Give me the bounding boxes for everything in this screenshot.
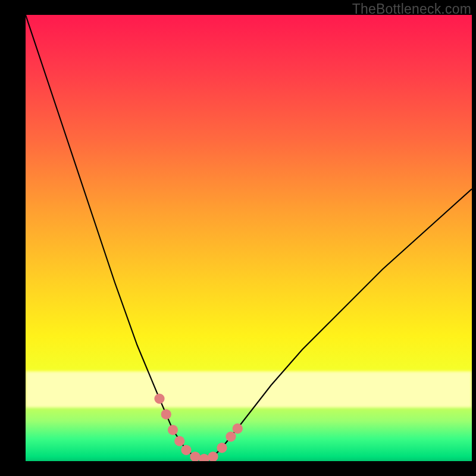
highlight-dot: [154, 393, 164, 403]
highlight-dot: [226, 431, 236, 441]
bottleneck-curve: [26, 15, 472, 459]
highlight-dot: [174, 436, 184, 446]
highlight-dot: [233, 424, 243, 434]
highlight-dot: [168, 425, 178, 435]
highlight-dot: [181, 445, 191, 455]
watermark-text: TheBottleneck.com: [352, 1, 471, 17]
highlight-dot: [199, 454, 209, 461]
curve-layer: [26, 15, 472, 461]
plot-area: [26, 15, 472, 461]
highlight-dots: [154, 393, 242, 461]
highlight-dot: [161, 409, 171, 419]
highlight-dot: [217, 443, 227, 453]
highlight-dot: [190, 452, 200, 461]
chart-frame: TheBottleneck.com: [0, 0, 476, 476]
